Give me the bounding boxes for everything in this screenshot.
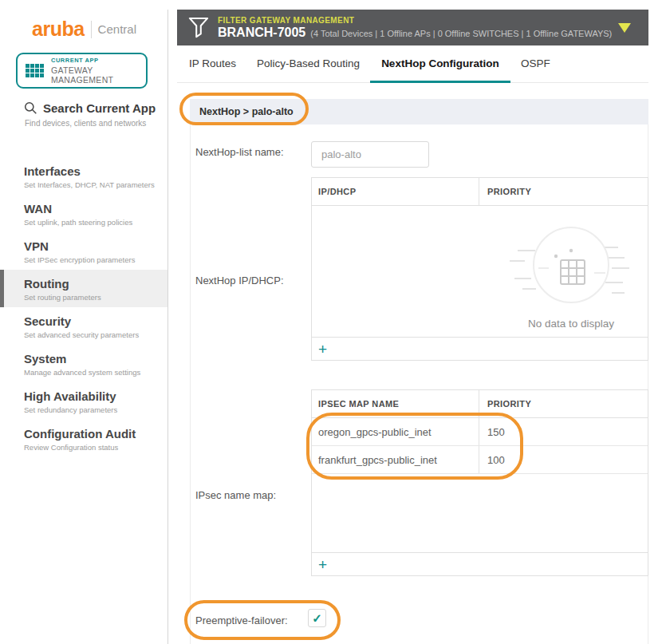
nexthop-ip-dhcp-table-body: No data to display	[312, 206, 648, 337]
ipsec-map-name-cell: oregon_gpcs-public_inet	[312, 418, 479, 445]
column-header-priority: PRIORITY	[479, 390, 648, 417]
sidebar-item-subtitle: Set IPSec encryption parameters	[24, 255, 167, 264]
sidebar-item-title: System	[24, 353, 167, 365]
ipsec-table-footer: +	[312, 552, 648, 575]
empty-state: No data to display	[491, 219, 651, 330]
nexthop-list-name-input[interactable]	[311, 141, 429, 168]
nexthop-list-name-label: NextHop-list name:	[195, 146, 284, 158]
sidebar-item-subtitle: Set advanced security parameters	[24, 330, 167, 339]
sidebar-item-title: Security	[24, 315, 167, 328]
sidebar-item-subtitle: Manage advanced system settings	[24, 368, 167, 377]
no-data-icon	[503, 219, 639, 311]
filter-header-bar: FILTER GATEWAY MANAGEMENT BRANCH-7005(4 …	[177, 10, 648, 45]
table-header-row: IPSEC MAP NAME PRIORITY	[312, 390, 648, 418]
add-nexthop-button[interactable]: +	[318, 342, 327, 357]
column-header-ipsec-map-name: IPSEC MAP NAME	[312, 390, 479, 417]
current-app-eyebrow: CURRENT APP	[51, 57, 146, 64]
sidebar-item-title: Configuration Audit	[24, 428, 167, 441]
tab-ip-routes[interactable]: IP Routes	[179, 45, 246, 83]
sidebar-item-subtitle: Review Configuration status	[24, 443, 167, 452]
device-line: BRANCH-7005(4 Total Devices | 1 Offline …	[218, 26, 612, 40]
ipsec-map-rows: oregon_gpcs-public_inet150frankfurt_gpcs…	[312, 418, 648, 474]
nexthop-ip-dhcp-table: IP/DHCP PRIORITY	[311, 177, 648, 361]
sidebar-item-subtitle: Set routing parameters	[24, 293, 167, 302]
aruba-logo: aruba	[32, 18, 85, 40]
sidebar-item-title: WAN	[24, 203, 167, 215]
nexthop-ip-dhcp-table-footer: +	[312, 337, 648, 360]
sidebar-item-vpn[interactable]: VPNSet IPSec encryption parameters	[0, 232, 167, 270]
add-ipsec-map-button[interactable]: +	[318, 557, 327, 572]
sidebar-item-system[interactable]: SystemManage advanced system settings	[0, 345, 167, 382]
tab-ospf[interactable]: OSPF	[510, 45, 561, 83]
sidebar-item-subtitle: Set Interfaces, DHCP, NAT parameters	[24, 180, 167, 189]
sidebar-item-title: VPN	[24, 240, 167, 253]
app-grid-icon	[26, 64, 44, 77]
sidebar-item-wan[interactable]: WANSet uplink, path steering policies	[0, 195, 167, 232]
sidebar-item-high-availability[interactable]: High AvailabilitySet redundancy paramete…	[0, 382, 167, 420]
sidebar-item-interfaces[interactable]: InterfacesSet Interfaces, DHCP, NAT para…	[0, 157, 167, 195]
column-header-priority: PRIORITY	[479, 178, 648, 205]
tab-bar: IP RoutesPolicy-Based RoutingNextHop Con…	[177, 45, 648, 83]
table-header-row: IP/DHCP PRIORITY	[312, 178, 648, 206]
ipsec-map-table-row[interactable]: oregon_gpcs-public_inet150	[312, 418, 648, 446]
ipsec-table-spacer	[312, 474, 648, 552]
filter-scope-label: FILTER GATEWAY MANAGEMENT	[218, 16, 612, 25]
app: arubaCentral CURRENT APP GATEWAY MANAGEM…	[0, 0, 666, 644]
search-block: Search Current App Find devices, clients…	[24, 101, 156, 128]
logo-divider	[91, 21, 92, 38]
sidebar-item-subtitle: Set uplink, path steering policies	[24, 218, 167, 227]
breadcrumb-bar: NextHop > palo-alto	[190, 99, 648, 124]
current-app-name: GATEWAY MANAGEMENT	[51, 65, 146, 85]
sidebar-item-title: Interfaces	[24, 165, 167, 178]
sidebar-divider	[167, 10, 168, 644]
preemptive-failover-checkbox[interactable]: ✓	[308, 609, 326, 627]
ipsec-map-priority-cell: 150	[479, 418, 648, 445]
brand-logo: arubaCentral	[0, 18, 168, 41]
ipsec-name-map-table: IPSEC MAP NAME PRIORITY oregon_gpcs-publ…	[311, 389, 648, 576]
no-data-text: No data to display	[528, 318, 614, 330]
preemptive-failover-label: Preemptive-failover:	[195, 614, 288, 626]
sidebar-item-routing[interactable]: RoutingSet routing parameters	[0, 270, 167, 307]
sidebar-item-title: Routing	[24, 278, 167, 290]
sidebar-item-configuration-audit[interactable]: Configuration AuditReview Configuration …	[0, 420, 167, 457]
search-icon	[24, 101, 37, 115]
device-summary: (4 Total Devices | 1 Offline APs | 0 Off…	[310, 29, 612, 38]
nexthop-ip-dhcp-label: NextHop IP/DHCP:	[195, 275, 284, 286]
sidebar-nav: InterfacesSet Interfaces, DHCP, NAT para…	[0, 157, 167, 457]
search-label: Search Current App	[43, 101, 156, 115]
ipsec-map-table-row[interactable]: frankfurt_gpcs-public_inet100	[312, 446, 648, 474]
sidebar-item-title: High Availability	[24, 390, 167, 403]
sidebar-item-security[interactable]: SecuritySet advanced security parameters	[0, 307, 167, 345]
current-app-text: CURRENT APP GATEWAY MANAGEMENT	[51, 57, 146, 85]
ipsec-map-priority-cell: 100	[479, 446, 648, 473]
ipsec-map-name-cell: frankfurt_gpcs-public_inet	[312, 446, 479, 473]
ipsec-name-map-label: IPsec name map:	[195, 489, 276, 501]
filter-header-text: FILTER GATEWAY MANAGEMENT BRANCH-7005(4 …	[218, 16, 612, 40]
sidebar: arubaCentral CURRENT APP GATEWAY MANAGEM…	[0, 0, 168, 644]
sidebar-item-subtitle: Set redundancy parameters	[24, 405, 167, 414]
filter-dropdown-caret-icon[interactable]	[618, 23, 631, 33]
logo-suffix: Central	[98, 22, 136, 36]
column-header-ip-dhcp: IP/DHCP	[312, 178, 479, 205]
checkmark-icon: ✓	[312, 611, 322, 626]
search-hint: Find devices, clients and networks	[25, 119, 156, 128]
tab-nexthop-configuration[interactable]: NextHop Configuration	[370, 45, 510, 83]
device-name: BRANCH-7005	[218, 26, 305, 39]
filter-funnel-icon[interactable]	[188, 17, 209, 39]
current-app-switcher[interactable]: CURRENT APP GATEWAY MANAGEMENT	[16, 53, 148, 89]
search-trigger[interactable]: Search Current App	[24, 101, 156, 115]
breadcrumb[interactable]: NextHop > palo-alto	[199, 106, 294, 117]
tab-policy-based-routing[interactable]: Policy-Based Routing	[246, 45, 370, 83]
